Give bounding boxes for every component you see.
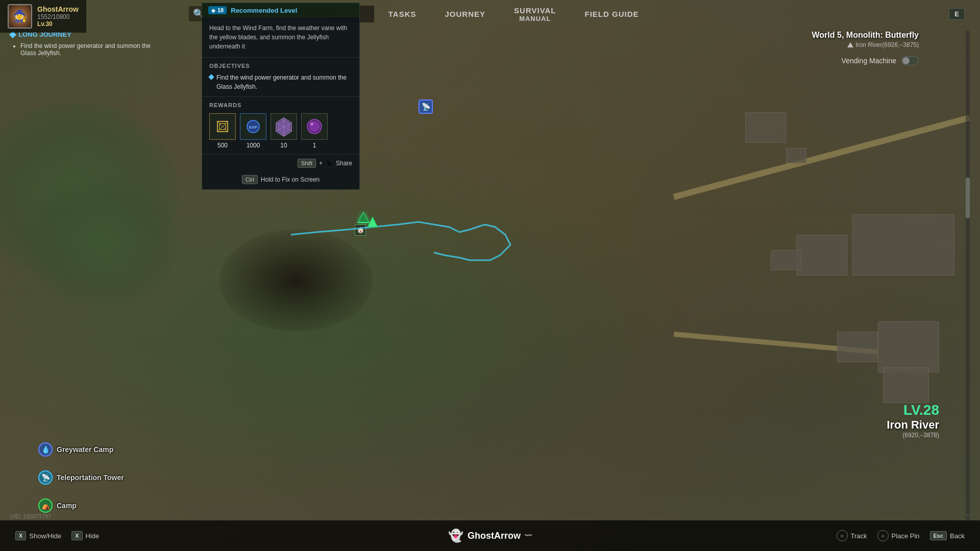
reward-item-icon xyxy=(301,113,328,140)
map-marker-teleport: 📡 xyxy=(419,99,433,114)
logo-text: GhostArrow xyxy=(468,531,521,541)
reward-exp-value: 1000 xyxy=(247,142,260,149)
area-name-panel: Iron River (6920,−3878) xyxy=(887,418,939,439)
location-teleport: 📡 Teleportation Tower xyxy=(38,470,124,485)
terrain-overlay xyxy=(0,0,980,551)
terrain-valley xyxy=(219,230,373,332)
bottom-left-controls: X Show/Hide X Hide xyxy=(15,531,99,540)
player-hp: 1552/10800 xyxy=(37,13,79,20)
objectives-section: OBJECTIVES Find the wind power generator… xyxy=(202,58,359,97)
player-info-panel: 🧙 GhostArrow 1552/10800 Lv.30 xyxy=(0,0,86,33)
camp-label: Camp xyxy=(57,502,77,510)
player-name: GhostArrow xyxy=(37,5,79,13)
objective-diamond-icon xyxy=(208,74,214,80)
place-pin-key-icon: ○ xyxy=(877,530,889,541)
ghost-icon: 👻 xyxy=(448,529,463,543)
reward-item-value: 1 xyxy=(313,142,316,149)
map-building xyxy=(771,250,801,270)
track-button[interactable]: ○ Track xyxy=(837,530,867,541)
svg-point-13 xyxy=(310,122,313,126)
rewards-title: REWARDS xyxy=(209,102,352,108)
map-building xyxy=(796,235,847,276)
rewards-row: 500 EXP 1000 xyxy=(209,113,352,149)
tab-journey[interactable]: JOURNEY xyxy=(431,6,500,22)
map-building xyxy=(745,112,786,143)
right-info-panel: World 5, Monolith: Butterfly Iron River(… xyxy=(812,31,919,48)
player-level: Lv.30 xyxy=(37,20,79,28)
greywater-icon: 💧 xyxy=(38,442,53,457)
reward-crystal-value: 10 xyxy=(280,142,287,149)
reward-currency-icon xyxy=(209,113,236,140)
share-row: Shift + 🖱 Share xyxy=(202,155,359,172)
area-title: Iron River xyxy=(887,418,939,432)
camp-icon: ⛺ xyxy=(38,498,53,513)
player-marker xyxy=(357,212,370,223)
plus-symbol: + xyxy=(319,160,323,167)
shift-key: Shift xyxy=(298,159,316,168)
objective-item: Find the wind power generator and summon… xyxy=(209,73,352,91)
ghost-arrow-logo: 👻 GhostArrow 〰 xyxy=(448,529,532,543)
top-navigation: MAP TASKS JOURNEY SURVIVAL MANUAL FIELD … xyxy=(0,0,980,28)
world-name: World 5, Monolith: Butterfly xyxy=(812,31,919,40)
map-building xyxy=(878,321,939,372)
triangle-icon xyxy=(847,42,853,47)
task-panel: 18 Recommended Level Head to the Wind Fa… xyxy=(202,3,360,190)
recommended-level-label: Recommended Level xyxy=(231,7,297,14)
mouse-icon: 🖱 xyxy=(326,159,333,167)
player-avatar: 🧙 xyxy=(8,4,32,29)
quest-panel: LONG JOURNEY Find the wind power generat… xyxy=(10,31,153,59)
show-hide-button[interactable]: X Show/Hide xyxy=(15,531,61,540)
rewards-section: REWARDS 500 EXP xyxy=(202,97,359,155)
quest-objective-item: Find the wind power generator and summon… xyxy=(20,42,153,57)
bottom-right-controls: ○ Track ○ Place Pin Esc Back xyxy=(837,530,965,541)
tab-field-guide[interactable]: FIELD GUIDE xyxy=(571,6,653,22)
tab-tasks[interactable]: TASKS xyxy=(374,6,431,22)
scroll-indicator: ○ xyxy=(966,512,969,518)
area-coordinates: (6920,−3878) xyxy=(887,432,939,439)
hide-button[interactable]: X Hide xyxy=(71,531,99,540)
level-indicator: LV.28 xyxy=(903,402,939,418)
ctrl-key: Ctrl xyxy=(242,175,258,184)
fix-row: Ctrl Hold to Fix on Screen xyxy=(202,172,359,189)
map-building-cluster xyxy=(852,214,954,276)
place-pin-button[interactable]: ○ Place Pin xyxy=(877,530,920,541)
e-key-button[interactable]: E xyxy=(949,8,965,20)
level-badge: 18 xyxy=(208,6,227,14)
reward-currency-value: 500 xyxy=(217,142,228,149)
map-background xyxy=(0,0,980,551)
hide-label: Hide xyxy=(86,532,100,540)
reward-crystal: 10 xyxy=(271,113,297,149)
back-label: Back xyxy=(950,532,965,540)
location-greywater: 💧 Greywater Camp xyxy=(38,442,113,457)
back-button[interactable]: Esc Back xyxy=(930,531,965,540)
logo-wave: 〰 xyxy=(525,532,532,540)
uid-display: UID: 150071797 xyxy=(10,513,51,519)
map-building xyxy=(786,148,806,163)
show-hide-label: Show/Hide xyxy=(29,532,61,540)
scrollbar-thumb[interactable] xyxy=(966,178,970,218)
reward-item: 1 xyxy=(301,113,328,149)
place-pin-label: Place Pin xyxy=(892,532,920,540)
vending-machine-toggle[interactable] xyxy=(901,56,919,65)
vending-machine-label: Vending Machine xyxy=(842,57,896,65)
task-description: Head to the Wind Farm, find the weather … xyxy=(202,17,359,58)
objectives-title: OBJECTIVES xyxy=(209,63,352,69)
reward-currency: 500 xyxy=(209,113,236,149)
track-label: Track xyxy=(851,532,867,540)
greywater-label: Greywater Camp xyxy=(57,445,113,454)
share-label: Share xyxy=(336,160,352,167)
x-key-hide: X xyxy=(71,531,82,540)
location-coords: Iron River(6926,−3875) xyxy=(812,41,919,48)
reward-exp-icon: EXP xyxy=(240,113,266,140)
bottom-bar: X Show/Hide X Hide 👻 GhostArrow 〰 ○ Trac… xyxy=(0,520,980,551)
tab-survival[interactable]: SURVIVAL MANUAL xyxy=(500,4,570,24)
track-key-icon: ○ xyxy=(837,530,848,541)
vending-machine-row: Vending Machine xyxy=(842,56,919,65)
esc-key: Esc xyxy=(930,531,947,540)
fix-label: Hold to Fix on Screen xyxy=(261,176,320,183)
task-panel-header: 18 Recommended Level xyxy=(202,3,359,17)
player-details: GhostArrow 1552/10800 Lv.30 xyxy=(37,5,79,28)
map-building xyxy=(883,367,929,403)
teleport-icon: 📡 xyxy=(38,470,53,485)
vertical-scrollbar[interactable]: ○ xyxy=(966,31,970,520)
